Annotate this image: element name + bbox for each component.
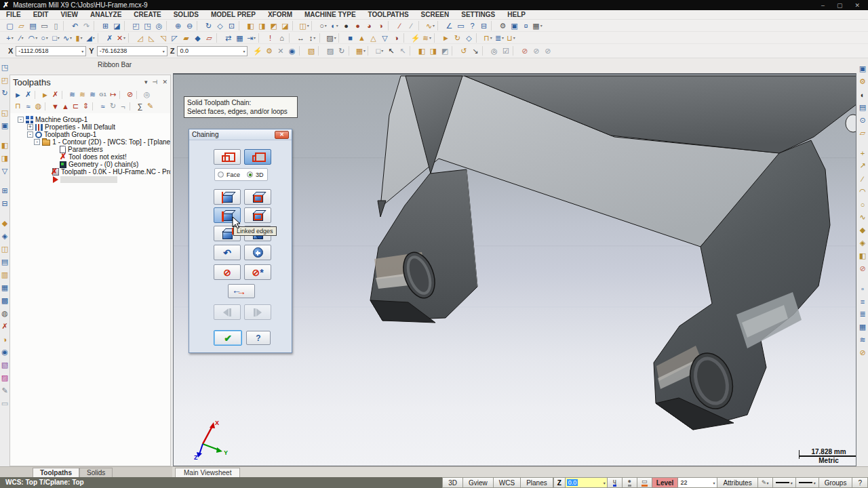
toolbar-icon[interactable] <box>124 21 129 30</box>
create-primitive-icon[interactable]: ▮ <box>73 33 85 43</box>
regen-icon[interactable]: ↻ <box>336 45 347 56</box>
save-icon[interactable]: ▤ <box>27 20 39 31</box>
menu-item[interactable]: SETTINGS <box>455 11 501 18</box>
list-multi-icon[interactable]: ≣ <box>858 308 868 321</box>
xform-mirror-icon[interactable]: ▦ <box>234 33 245 43</box>
ruler-snap-icon[interactable]: ⚡ <box>410 33 421 43</box>
regen-dirty-icon[interactable]: ✗ <box>50 89 60 100</box>
tree-item[interactable]: Toolpath - 0.0K - HU-Frame.NC - Program … <box>10 168 170 176</box>
view-cube-icon[interactable]: ◇ <box>463 33 475 43</box>
face-radio[interactable] <box>218 171 224 178</box>
drag-icon[interactable]: ◆ <box>192 33 203 43</box>
solid-chamfer-icon[interactable]: ◈ <box>0 230 10 243</box>
viewsheet-props-icon[interactable]: ◪ <box>111 20 123 31</box>
attributes-button[interactable]: Attributes <box>717 477 757 488</box>
toolbar-icon[interactable] <box>289 33 294 43</box>
status-gview-button[interactable]: Gview <box>462 477 493 488</box>
chevron-down-icon[interactable]: ▾ <box>604 481 606 485</box>
hatch-icon[interactable]: ▨ <box>326 33 337 43</box>
toolbar-icon[interactable] <box>319 33 324 43</box>
groups-button[interactable]: Groups <box>818 477 852 488</box>
toolbar-icon[interactable] <box>197 21 201 30</box>
3d-radio[interactable] <box>247 171 253 178</box>
toolbar-icon[interactable] <box>338 33 343 43</box>
level-input[interactable]: 22 ▾ <box>677 477 717 488</box>
point-style-dropdown[interactable]: ▾ <box>772 477 795 488</box>
menu-item[interactable]: XFORM <box>262 11 298 18</box>
tree-expander[interactable]: - <box>34 139 40 145</box>
menu-item[interactable]: EDIT <box>27 11 55 18</box>
window-select-icon[interactable]: □ <box>374 45 385 56</box>
gview-more-icon[interactable]: ◫ <box>298 20 310 31</box>
gear-icon[interactable]: ⚙ <box>497 20 509 31</box>
post-icon[interactable]: ↦ <box>108 89 118 100</box>
solid-extrude-tool-icon[interactable]: ◰ <box>0 74 10 87</box>
help-button[interactable]: ? <box>246 331 271 345</box>
toolbar-icon[interactable] <box>403 33 408 43</box>
gview-front-icon[interactable]: ◨ <box>256 20 268 31</box>
pick-icon[interactable]: ↘ <box>469 45 481 56</box>
simulate-icon[interactable]: ≋ <box>87 89 98 100</box>
zoom-in-icon[interactable]: ⊕ <box>172 20 184 31</box>
wireframe-color-chip[interactable]: ɥ <box>607 477 622 488</box>
panel-tool-icon[interactable] <box>35 91 39 99</box>
select-all-ops-icon[interactable]: ► <box>13 89 23 100</box>
toolbar-icon[interactable] <box>311 21 316 30</box>
gview-iso-icon[interactable]: ◧ <box>245 20 256 31</box>
override-face-icon[interactable]: ◧ <box>858 249 868 262</box>
layout-grid-icon[interactable]: ▦ <box>532 20 543 31</box>
toolbar-icon[interactable] <box>292 21 297 30</box>
toggle-display-icon[interactable]: ≈ <box>23 101 33 111</box>
pencil-alt-icon[interactable]: ∕ <box>406 20 417 31</box>
xform-translate-icon[interactable]: ⇄ <box>222 33 234 43</box>
solid-draft-icon[interactable]: ◫ <box>0 243 10 256</box>
mask-entity-icon[interactable]: ⊘ <box>519 45 530 56</box>
select-last-icon[interactable]: ↺ <box>458 45 469 56</box>
solid-boolean-remove-icon[interactable]: ⊟ <box>0 197 10 210</box>
panel-tool-icon[interactable] <box>130 102 134 110</box>
panel-help-icon[interactable]: ◎ <box>142 89 152 100</box>
toolbar-icon[interactable] <box>216 33 221 43</box>
tree-item[interactable]: - Toolpath Group-1 <box>10 131 170 138</box>
pan-icon[interactable]: ◇ <box>214 20 226 31</box>
solid-error-icon[interactable]: ✗ <box>0 320 10 333</box>
chevron-down-icon[interactable]: ▾ <box>163 49 165 54</box>
solid-find-icon[interactable]: ◍ <box>0 307 10 320</box>
grab-icon[interactable]: ► <box>440 33 452 43</box>
grid-display-icon[interactable]: ▦ <box>858 321 868 333</box>
create-point-icon[interactable]: + <box>4 33 16 43</box>
tree-expander[interactable]: - <box>18 117 24 123</box>
shade-toggle-icon[interactable]: ◐ <box>858 88 868 101</box>
copy-selection-icon[interactable]: ▨ <box>324 45 336 56</box>
coordbar-icon[interactable] <box>299 46 304 56</box>
create-line-icon[interactable]: ∕ <box>16 33 27 43</box>
coordbar-icon[interactable] <box>318 46 323 56</box>
sigma-icon[interactable]: ∑ <box>135 101 145 111</box>
toolbar-icon[interactable] <box>437 21 442 30</box>
previous-chain-button[interactable] <box>214 304 241 320</box>
solid-select-faces-icon[interactable]: ◩ <box>439 45 450 56</box>
solid-check-icon[interactable]: ◉ <box>0 346 10 359</box>
trim-icon[interactable]: ✗ <box>104 33 115 43</box>
xform-offset-icon[interactable]: ⇥ <box>245 33 257 43</box>
position-icon[interactable]: ¤ <box>520 20 532 31</box>
insert-arrow-icon[interactable]: ⊏ <box>71 101 81 111</box>
zoom-target-icon[interactable]: ◎ <box>153 20 165 31</box>
coordbar-icon[interactable] <box>349 46 353 56</box>
offset-icon[interactable]: ▰ <box>180 33 192 43</box>
create-rect-icon[interactable]: □ <box>50 33 62 43</box>
minimize-icon[interactable]: – <box>821 2 825 9</box>
fillet-chains-icon[interactable]: ◺ <box>146 33 157 43</box>
solid-trim-icon[interactable]: ▤ <box>0 256 10 268</box>
status-wcs-button[interactable]: WCS <box>493 477 520 488</box>
next-chain-button[interactable] <box>244 304 271 320</box>
open-recent-icon[interactable]: ▱ <box>858 127 868 140</box>
help-circle-icon[interactable]: ◉ <box>286 45 298 56</box>
unselect-all-chains-button[interactable]: ⊘* <box>244 264 271 280</box>
solid-shade-icon[interactable]: ◑ <box>0 333 10 346</box>
solid-fillet-icon[interactable]: ◆ <box>0 217 10 230</box>
edge-select-button[interactable] <box>214 189 241 205</box>
autocursor-config-icon[interactable]: ⚙ <box>263 45 275 56</box>
solid-export-icon[interactable]: ▧ <box>0 359 10 371</box>
solid-loft-icon[interactable]: △ <box>368 33 379 43</box>
